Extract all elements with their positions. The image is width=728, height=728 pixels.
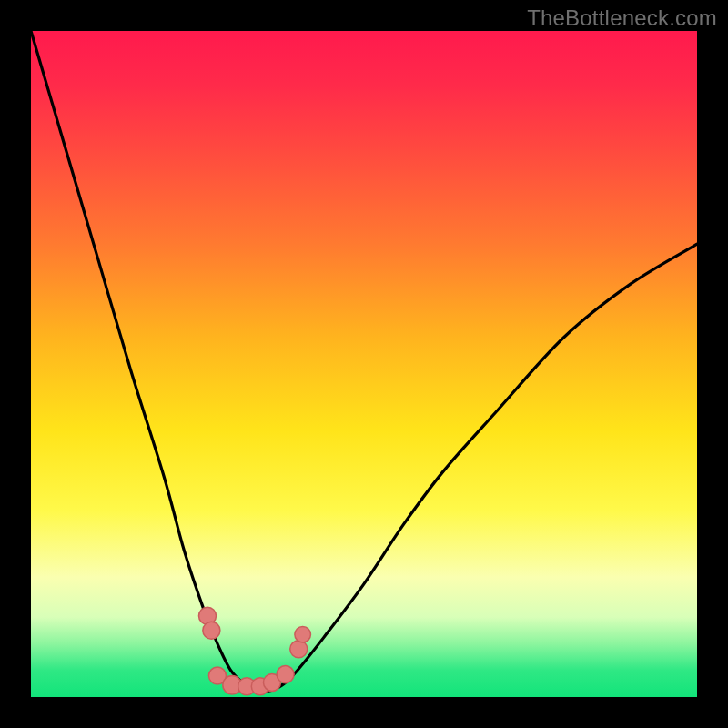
bottleneck-curve <box>31 31 697 692</box>
data-marker <box>290 641 308 658</box>
chart-frame: TheBottleneck.com <box>0 0 728 728</box>
data-marker <box>295 626 311 642</box>
data-marker <box>277 666 294 683</box>
watermark-text: TheBottleneck.com <box>527 5 717 31</box>
chart-overlay <box>31 31 697 697</box>
marker-layer <box>198 607 310 695</box>
data-marker <box>203 622 220 639</box>
plot-area <box>31 31 697 697</box>
